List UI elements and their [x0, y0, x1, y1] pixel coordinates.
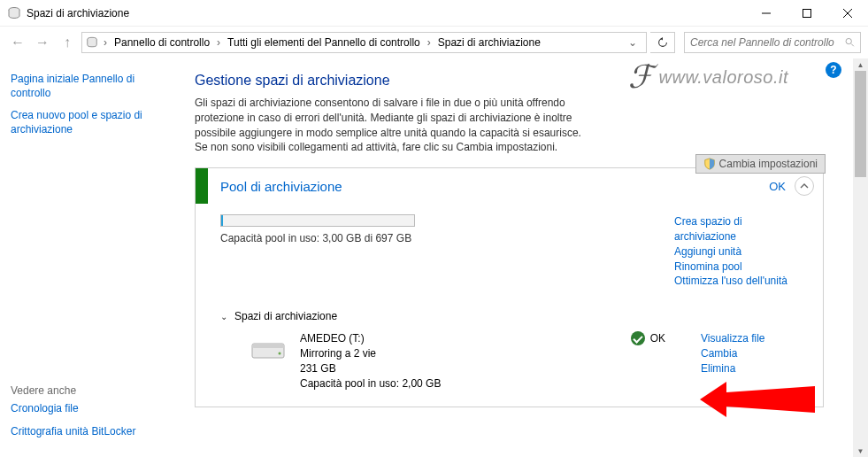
- collapse-button[interactable]: [795, 176, 814, 196]
- ok-icon: [631, 331, 645, 345]
- space-size: 231 GB: [300, 361, 631, 376]
- svg-rect-2: [803, 9, 811, 17]
- search-box[interactable]: [684, 32, 861, 53]
- scroll-thumb[interactable]: [855, 71, 866, 177]
- spaces-section-header[interactable]: ⌄ Spazi di archiviazione: [220, 310, 807, 322]
- svg-point-6: [846, 38, 851, 43]
- spaces-section-title: Spazi di archiviazione: [234, 310, 337, 322]
- sidebar-link-create-pool[interactable]: Crea nuovo pool e spazio di archiviazion…: [11, 109, 166, 136]
- chevron-down-icon: ⌄: [220, 312, 227, 321]
- space-status-text: OK: [650, 332, 665, 345]
- link-change[interactable]: Cambia: [701, 346, 807, 361]
- main-content: ? ℱ www.valoroso.it Gestione spazi di ar…: [177, 58, 868, 457]
- link-create-space[interactable]: Crea spazio di archiviazione: [674, 214, 807, 244]
- pool-title: Pool di archiviazione: [208, 179, 769, 194]
- space-type: Mirroring a 2 vie: [300, 346, 631, 361]
- title-bar: Spazi di archiviazione: [0, 0, 868, 27]
- svg-rect-9: [252, 344, 284, 348]
- pool-status-bar: [196, 168, 208, 204]
- link-view-files[interactable]: Visualizza file: [701, 331, 807, 346]
- watermark-text: www.valoroso.it: [659, 67, 788, 88]
- breadcrumb-item[interactable]: Tutti gli elementi del Pannello di contr…: [226, 36, 422, 49]
- forward-button: →: [32, 32, 53, 53]
- space-usage: Capacità pool in uso: 2,00 GB: [300, 376, 631, 391]
- space-item: AMEDEO (T:) Mirroring a 2 vie 231 GB Cap…: [220, 331, 807, 391]
- help-icon[interactable]: ?: [826, 62, 841, 78]
- chevron-right-icon[interactable]: ›: [426, 36, 433, 49]
- page-description: Gli spazi di archiviazione consentono di…: [195, 96, 593, 155]
- storage-icon: [7, 6, 21, 20]
- chevron-right-icon[interactable]: ›: [215, 36, 222, 49]
- sidebar-link-file-history[interactable]: Cronologia file: [11, 402, 166, 416]
- back-button[interactable]: ←: [7, 32, 28, 53]
- up-button[interactable]: ↑: [57, 32, 78, 53]
- address-bar[interactable]: › Pannello di controllo › Tutti gli elem…: [81, 32, 647, 53]
- watermark: ℱ www.valoroso.it: [628, 58, 788, 96]
- pool-header: Pool di archiviazione OK: [196, 168, 823, 204]
- chevron-down-icon[interactable]: ⌄: [623, 36, 642, 49]
- maximize-button[interactable]: [787, 0, 827, 27]
- see-also-title: Vedere anche: [11, 384, 166, 397]
- svg-line-7: [851, 43, 854, 46]
- breadcrumb-item[interactable]: Pannello di controllo: [112, 36, 211, 49]
- window-title: Spazi di archiviazione: [27, 7, 746, 19]
- drive-icon: [250, 337, 286, 361]
- link-delete[interactable]: Elimina: [701, 361, 807, 376]
- breadcrumb-item[interactable]: Spazi di archiviazione: [436, 36, 542, 49]
- sidebar: Pagina iniziale Pannello di controllo Cr…: [0, 58, 177, 457]
- storage-icon: [86, 36, 98, 49]
- pool-capacity-text: Capacità pool in uso: 3,00 GB di 697 GB: [220, 232, 674, 244]
- pool-panel: Pool di archiviazione OK Capacità pool i…: [195, 167, 824, 407]
- sidebar-link-home[interactable]: Pagina iniziale Pannello di controllo: [11, 73, 166, 100]
- minimize-button[interactable]: [746, 0, 787, 27]
- shield-icon: [703, 158, 716, 170]
- scrollbar[interactable]: ▲ ▼: [853, 58, 868, 457]
- close-button[interactable]: [827, 0, 868, 27]
- link-add-drive[interactable]: Aggiungi unità: [674, 244, 807, 259]
- search-icon: [845, 37, 855, 48]
- space-status: OK: [631, 331, 665, 345]
- sidebar-link-bitlocker[interactable]: Crittografia unità BitLocker: [11, 425, 166, 439]
- space-name: AMEDEO (T:): [300, 331, 631, 346]
- pool-status: OK: [769, 180, 786, 193]
- refresh-button[interactable]: [650, 32, 675, 53]
- change-settings-button[interactable]: Cambia impostazioni: [695, 154, 826, 174]
- chevron-right-icon[interactable]: ›: [102, 36, 109, 49]
- pool-usage-bar: [220, 214, 415, 227]
- nav-bar: ← → ↑ › Pannello di controllo › Tutti gl…: [0, 27, 868, 58]
- link-optimize[interactable]: Ottimizza l'uso dell'unità: [674, 274, 807, 289]
- search-input[interactable]: [690, 36, 845, 49]
- scroll-down-icon[interactable]: ▼: [853, 445, 868, 457]
- scroll-up-icon[interactable]: ▲: [853, 58, 868, 71]
- chevron-up-icon: [800, 182, 809, 190]
- link-rename-pool[interactable]: Rinomina pool: [674, 259, 807, 275]
- change-settings-label: Cambia impostazioni: [719, 158, 818, 170]
- watermark-logo: ℱ: [628, 58, 654, 96]
- svg-point-10: [279, 352, 281, 355]
